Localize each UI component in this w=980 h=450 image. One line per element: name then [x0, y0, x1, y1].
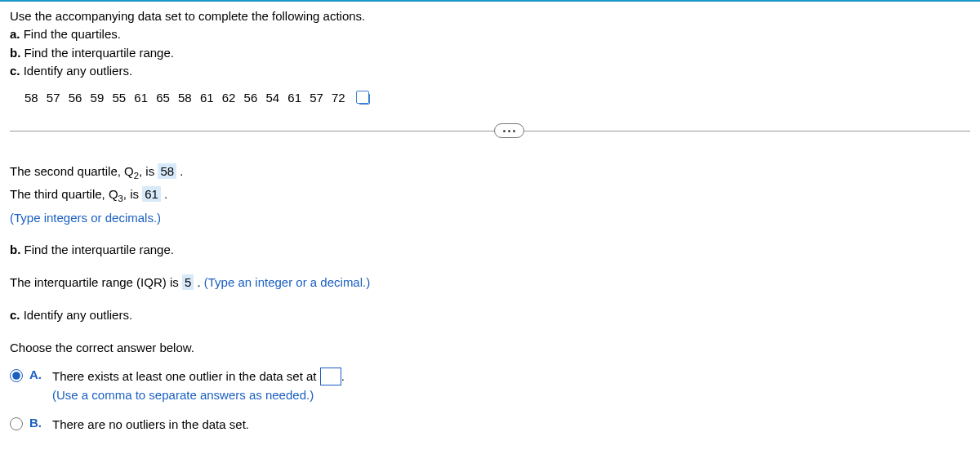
q3-period: .	[161, 187, 167, 201]
data-value: 58	[178, 91, 192, 105]
data-value: 72	[332, 91, 345, 105]
data-set-row: 58 57 56 59 55 61 65 58 61 62 56 54 61 5…	[24, 91, 970, 105]
q2-mid: , is	[139, 164, 158, 178]
part-b-heading: b. Find the interquartile range.	[10, 241, 970, 259]
expand-button[interactable]	[494, 123, 524, 138]
option-a-radio[interactable]	[10, 369, 23, 382]
q2-line: The second quartile, Q2, is 58 .	[10, 163, 970, 182]
data-value: 65	[156, 91, 170, 105]
part-b-text: Find the interquartile range.	[24, 46, 174, 60]
part-c-prompt: c. Identify any outliers.	[10, 63, 970, 79]
option-b-label: B.	[29, 416, 44, 430]
dot-icon	[503, 130, 506, 132]
data-value: 61	[200, 91, 214, 105]
data-value: 62	[222, 91, 236, 105]
q3-line: The third quartile, Q3, is 61 .	[10, 185, 970, 205]
data-value: 54	[265, 91, 279, 105]
option-a-hint: (Use a comma to separate answers as need…	[52, 388, 314, 402]
option-b-row: B. There are no outliers in the data set…	[10, 416, 970, 434]
part-c-heading: c. Identify any outliers.	[10, 306, 970, 324]
part-b-heading-text: Find the interquartile range.	[24, 243, 174, 256]
type-hint-a: (Type integers or decimals.)	[10, 209, 970, 227]
option-a-text: There exists at least one outlier in the…	[52, 368, 345, 404]
iqr-hint: (Type an integer or a decimal.)	[204, 275, 370, 289]
data-value: 57	[47, 91, 60, 105]
q3-mid: , is	[123, 187, 142, 201]
data-value: 59	[91, 91, 105, 105]
part-a-text: Find the quartiles.	[24, 27, 121, 41]
data-value: 57	[310, 91, 323, 105]
q2-pre: The second quartile, Q	[10, 164, 134, 178]
option-b-text: There are no outliers in the data set.	[52, 416, 249, 434]
iqr-post: .	[194, 275, 204, 289]
option-a-label: A.	[29, 368, 44, 381]
option-b-radio[interactable]	[10, 417, 23, 430]
part-b-prompt: b. Find the interquartile range.	[10, 45, 970, 61]
divider-row	[10, 131, 970, 131]
dot-icon	[508, 130, 510, 132]
q2-period: .	[176, 164, 183, 178]
option-a-pre: There exists at least one outlier in the…	[52, 369, 320, 383]
q3-value: 61	[142, 186, 161, 202]
iqr-pre: The interquartile range (IQR) is	[10, 275, 182, 289]
data-value: 56	[244, 91, 258, 105]
iqr-line: The interquartile range (IQR) is 5 . (Ty…	[10, 274, 970, 292]
question-intro: Use the accompanying data set to complet…	[10, 8, 970, 25]
data-value: 61	[134, 91, 148, 105]
outlier-input[interactable]	[320, 368, 341, 385]
dot-icon	[513, 130, 515, 132]
divider-line	[10, 131, 970, 131]
q2-value: 58	[158, 163, 176, 179]
data-value: 55	[112, 91, 126, 105]
data-value: 61	[287, 91, 301, 105]
iqr-value: 5	[182, 274, 194, 290]
part-c-heading-text: Identify any outliers.	[24, 308, 132, 322]
part-c-text: Identify any outliers.	[24, 64, 132, 78]
q3-pre: The third quartile, Q	[10, 187, 118, 201]
option-a-row: A. There exists at least one outlier in …	[10, 368, 970, 404]
data-value: 58	[24, 91, 38, 105]
part-a-prompt: a. Find the quartiles.	[10, 26, 970, 42]
data-value: 56	[69, 91, 82, 105]
option-a-post: .	[341, 369, 345, 383]
choose-instruction: Choose the correct answer below.	[10, 339, 970, 357]
copy-data-icon[interactable]	[359, 93, 370, 105]
